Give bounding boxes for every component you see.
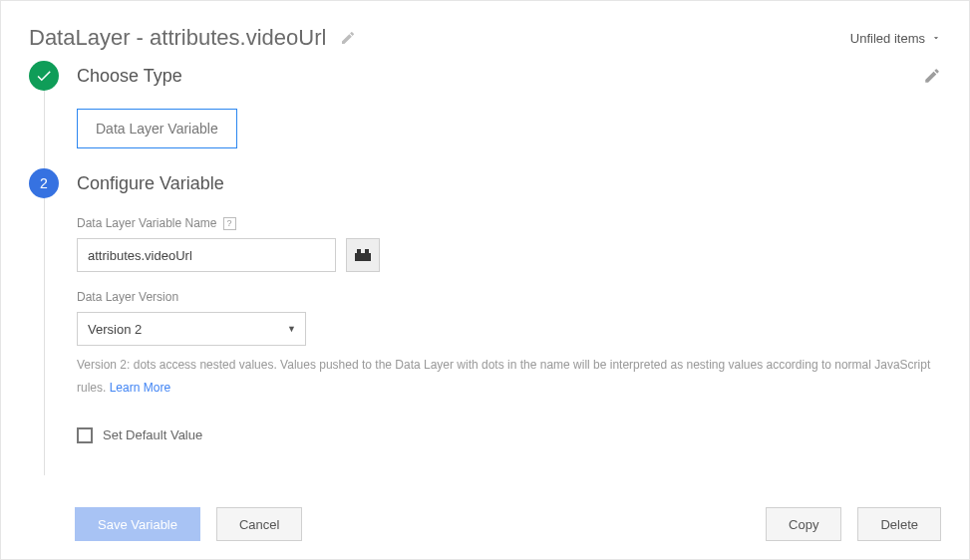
learn-more-link[interactable]: Learn More: [110, 381, 170, 395]
svg-rect-1: [357, 249, 361, 253]
help-icon[interactable]: ?: [223, 217, 236, 230]
unfiled-items-dropdown[interactable]: Unfiled items: [850, 31, 941, 46]
cancel-button[interactable]: Cancel: [216, 507, 302, 541]
variable-type-chip[interactable]: Data Layer Variable: [77, 109, 237, 148]
save-button[interactable]: Save Variable: [75, 507, 200, 541]
version-label: Data Layer Version: [77, 290, 178, 304]
step-2-badge: 2: [29, 168, 59, 198]
copy-button[interactable]: Copy: [766, 507, 841, 541]
lego-brick-icon: [355, 249, 371, 261]
svg-rect-0: [355, 253, 371, 261]
check-icon: [35, 67, 53, 85]
version-help-text: Version 2: dots access nested values. Va…: [77, 354, 941, 400]
var-name-input[interactable]: [77, 238, 336, 272]
set-default-label: Set Default Value: [103, 427, 202, 442]
step-1-badge: [29, 61, 59, 91]
step-1-title: Choose Type: [77, 66, 182, 87]
svg-rect-2: [365, 249, 369, 253]
page-title: DataLayer - attributes.videoUrl: [29, 25, 326, 51]
edit-title-icon[interactable]: [340, 30, 356, 46]
chevron-down-icon: [931, 33, 941, 43]
unfiled-items-label: Unfiled items: [850, 31, 925, 46]
delete-button[interactable]: Delete: [857, 507, 941, 541]
edit-step-1-icon[interactable]: [923, 67, 941, 85]
var-name-label: Data Layer Variable Name: [77, 216, 217, 230]
variable-picker-button[interactable]: [346, 238, 380, 272]
step-2-title: Configure Variable: [77, 173, 224, 194]
set-default-checkbox[interactable]: [77, 427, 93, 443]
version-select[interactable]: Version 2: [77, 312, 306, 346]
